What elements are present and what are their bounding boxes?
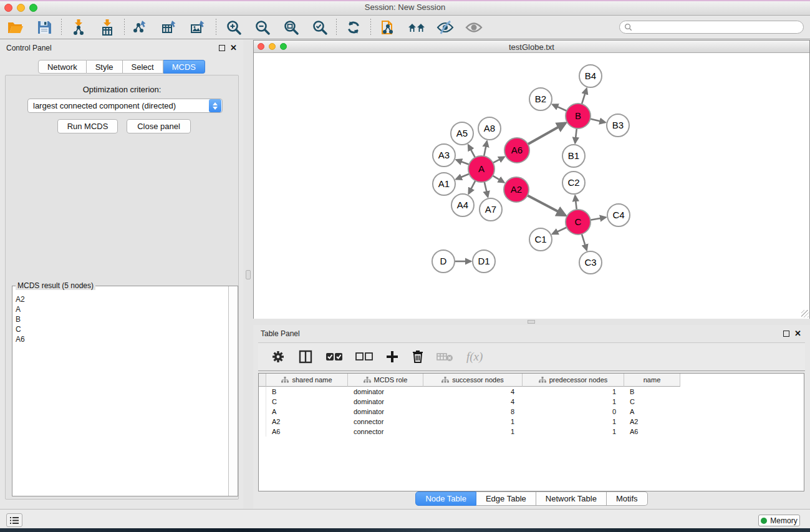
graph-node-A8[interactable]: A8 (478, 117, 501, 140)
cell-successor-nodes[interactable]: 1 (423, 417, 523, 427)
panel-splitter-horizontal[interactable] (253, 319, 810, 325)
tab-motifs[interactable]: Motifs (607, 491, 648, 506)
refresh-icon[interactable] (344, 18, 363, 37)
graph-edge-A-A6[interactable] (493, 157, 504, 163)
cell-MCDS-role[interactable]: connector (348, 427, 423, 437)
graph-node-B3[interactable]: B3 (607, 114, 629, 137)
table-row[interactable]: Bdominator41B (259, 387, 804, 397)
memory-button[interactable]: Memory (758, 515, 800, 526)
export-network-icon[interactable] (132, 18, 151, 37)
graph-edge-A-A5[interactable] (468, 145, 475, 157)
graph-node-A3[interactable]: A3 (433, 144, 455, 167)
graph-edge-A-A1[interactable] (456, 174, 469, 179)
hide-selected-icon[interactable] (436, 18, 455, 37)
cell-MCDS-role[interactable]: connector (348, 417, 423, 427)
open-session-icon[interactable] (6, 18, 25, 37)
table-row[interactable]: A2connector11A2 (259, 417, 804, 427)
float-table-panel-icon[interactable] (783, 331, 789, 337)
cell-shared-name[interactable]: A6 (266, 427, 348, 437)
graph-edge-B-B1[interactable] (575, 128, 577, 143)
zoom-out-icon[interactable] (253, 18, 271, 37)
graph-edge-B-B2[interactable] (552, 105, 567, 111)
cell-shared-name[interactable]: A (266, 407, 348, 417)
cell-MCDS-role[interactable]: dominator (348, 397, 423, 407)
graph-node-A1[interactable]: A1 (433, 173, 455, 195)
tab-node-table[interactable]: Node Table (415, 491, 476, 506)
network-from-file-icon[interactable] (378, 18, 397, 37)
graph-edge-A6-B[interactable] (528, 123, 566, 144)
cell-successor-nodes[interactable]: 4 (423, 397, 523, 407)
splitter-handle[interactable] (246, 270, 251, 279)
export-table-icon[interactable] (161, 18, 180, 37)
column-header-MCDS-role[interactable]: MCDS role (348, 374, 423, 387)
splitter-handle[interactable] (528, 320, 535, 324)
cell-name[interactable]: C (624, 397, 680, 407)
column-header-name[interactable]: name (624, 374, 680, 387)
graph-node-C4[interactable]: C4 (607, 204, 630, 226)
table-row[interactable]: Adominator80A (259, 407, 804, 417)
graph-edge-B-B3[interactable] (590, 119, 605, 123)
select-all-icon[interactable] (325, 352, 343, 362)
cell-predecessor-nodes[interactable]: 1 (523, 417, 624, 427)
column-header-shared-name[interactable]: shared name (266, 374, 348, 387)
result-scrollbar[interactable] (228, 286, 238, 496)
graph-node-A6[interactable]: A6 (504, 138, 529, 163)
result-item[interactable]: A6 (16, 334, 224, 344)
table-row[interactable]: Cdominator41C (259, 397, 804, 407)
graph-node-C2[interactable]: C2 (562, 172, 585, 194)
cell-shared-name[interactable]: B (266, 387, 348, 397)
graph-node-C1[interactable]: C1 (529, 228, 552, 251)
graph-node-B2[interactable]: B2 (529, 88, 552, 110)
mcds-result-list[interactable]: A2ABCA6 (12, 286, 228, 496)
result-item[interactable]: C (16, 324, 224, 334)
cell-successor-nodes[interactable]: 8 (423, 407, 523, 417)
tab-edge-table[interactable]: Edge Table (476, 491, 536, 506)
graph-edge-A-A3[interactable] (456, 160, 470, 165)
graph-node-B4[interactable]: B4 (579, 65, 602, 87)
graph-node-C[interactable]: C (566, 210, 591, 235)
graph-edge-B-B4[interactable] (582, 89, 587, 104)
graph-edge-A-A4[interactable] (469, 181, 476, 194)
graph-edge-A2-C[interactable] (528, 195, 566, 215)
close-panel-button[interactable]: Close panel (127, 119, 191, 133)
add-row-icon[interactable] (385, 350, 399, 364)
node-table[interactable]: shared nameMCDS rolesuccessor nodesprede… (258, 373, 804, 491)
import-network-icon[interactable] (69, 18, 88, 37)
float-panel-icon[interactable] (219, 45, 225, 51)
cell-successor-nodes[interactable]: 4 (423, 387, 523, 397)
import-table-icon[interactable] (98, 18, 117, 37)
resize-grip-icon[interactable] (801, 310, 809, 317)
deselect-all-icon[interactable] (355, 352, 373, 362)
graph-node-A[interactable]: A (468, 156, 494, 182)
network-canvas[interactable]: B4B2BB3A5A8A6B1A3AA1C2A2A4A7C4CC1C3DD1 (254, 54, 809, 319)
panel-splitter-vertical[interactable] (243, 39, 253, 509)
graph-node-D1[interactable]: D1 (473, 250, 495, 273)
cell-name[interactable]: A6 (624, 427, 680, 437)
cell-name[interactable]: A (624, 407, 680, 417)
graph-edge-C-C4[interactable] (591, 218, 606, 220)
graph-node-C3[interactable]: C3 (579, 251, 602, 274)
tab-network[interactable]: Network (38, 60, 87, 74)
graph-edge-A-A2[interactable] (493, 176, 504, 183)
table-row[interactable]: A6connector11A6 (259, 427, 804, 437)
close-panel-icon[interactable]: ✕ (230, 45, 237, 51)
task-history-button[interactable] (6, 513, 22, 527)
graph-node-A2[interactable]: A2 (504, 177, 529, 202)
result-item[interactable]: A2 (16, 294, 224, 304)
optimization-criterion-select[interactable]: largest connected component (directed) (27, 99, 223, 113)
cell-MCDS-role[interactable]: dominator (348, 387, 423, 397)
result-item[interactable]: A (16, 304, 224, 314)
cell-predecessor-nodes[interactable]: 0 (523, 407, 624, 417)
column-header-successor-nodes[interactable]: successor nodes (423, 374, 523, 387)
graph-node-A5[interactable]: A5 (451, 122, 473, 145)
graph-node-B1[interactable]: B1 (562, 145, 585, 167)
zoom-in-icon[interactable] (224, 18, 243, 37)
tab-select[interactable]: Select (123, 60, 163, 74)
tab-style[interactable]: Style (87, 60, 123, 74)
network-window-titlebar[interactable]: testGlobe.txt (254, 41, 809, 53)
graph-node-A7[interactable]: A7 (480, 198, 502, 221)
table-options-gear-icon[interactable] (271, 349, 286, 364)
cell-predecessor-nodes[interactable]: 1 (523, 427, 624, 437)
cell-shared-name[interactable]: A2 (266, 417, 348, 427)
column-header-predecessor-nodes[interactable]: predecessor nodes (523, 374, 624, 387)
